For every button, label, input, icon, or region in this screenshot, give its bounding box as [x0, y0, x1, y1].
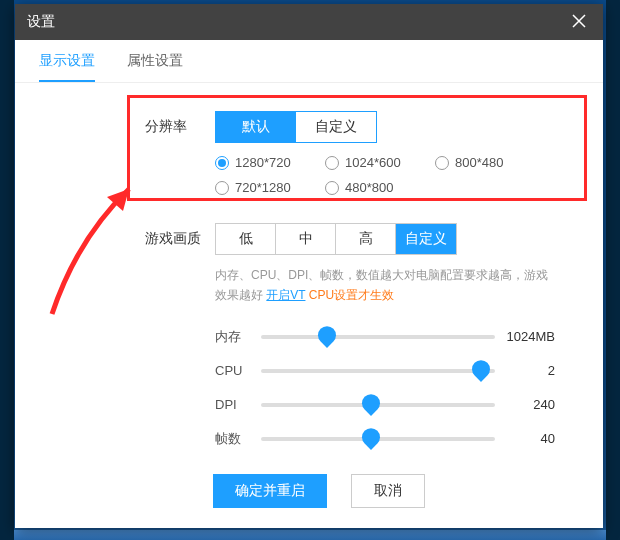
radio-icon: [435, 156, 449, 170]
resolution-label: 分辨率: [145, 118, 215, 136]
quality-low[interactable]: 低: [216, 224, 276, 254]
close-icon: [571, 13, 587, 29]
radio-icon: [325, 156, 339, 170]
slider-mem: 内存 1024MB: [215, 320, 555, 354]
radio-icon: [325, 181, 339, 195]
resolution-opt-3[interactable]: 720*1280: [215, 180, 325, 195]
quality-hint: 内存、CPU、DPI、帧数，数值越大对电脑配置要求越高，游戏效果越好 开启VT …: [215, 265, 555, 306]
slider-fps-thumb[interactable]: [358, 424, 383, 449]
resolution-mode-toggle: 默认 自定义: [215, 111, 377, 143]
slider-mem-value: 1024MB: [495, 329, 555, 344]
slider-dpi-value: 240: [495, 397, 555, 412]
slider-fps-value: 40: [495, 431, 555, 446]
tab-display[interactable]: 显示设置: [39, 52, 95, 82]
quality-toggle: 低 中 高 自定义: [215, 223, 457, 255]
tab-attr[interactable]: 属性设置: [127, 52, 183, 82]
slider-cpu-value: 2: [495, 363, 555, 378]
slider-fps-track[interactable]: [261, 437, 495, 441]
enable-vt-link[interactable]: 开启VT: [266, 288, 305, 302]
quality-high[interactable]: 高: [336, 224, 396, 254]
slider-fps: 帧数 40: [215, 422, 555, 456]
modal-title: 设置: [27, 13, 55, 31]
slider-mem-thumb[interactable]: [314, 322, 339, 347]
annotation-arrow: [37, 179, 157, 319]
slider-cpu-thumb[interactable]: [468, 356, 493, 381]
footer: 确定并重启 取消: [75, 474, 563, 508]
resolution-options: 1280*720 1024*600 800*480 720*1280 480*8…: [215, 155, 563, 195]
radio-icon: [215, 181, 229, 195]
slider-dpi-thumb[interactable]: [358, 390, 383, 415]
resolution-opt-2[interactable]: 800*480: [435, 155, 545, 170]
close-button[interactable]: [567, 9, 591, 36]
slider-mem-track[interactable]: [261, 335, 495, 339]
slider-cpu: CPU 2: [215, 354, 555, 388]
sliders: 内存 1024MB CPU 2 DPI 240 帧数 40: [215, 320, 555, 456]
title-bar: 设置: [15, 4, 603, 40]
radio-icon: [215, 156, 229, 170]
tabs: 显示设置 属性设置: [15, 40, 603, 83]
quality-custom[interactable]: 自定义: [396, 224, 456, 254]
quality-label: 游戏画质: [145, 230, 215, 248]
resolution-mode-custom[interactable]: 自定义: [296, 112, 376, 142]
confirm-restart-button[interactable]: 确定并重启: [213, 474, 327, 508]
quality-mid[interactable]: 中: [276, 224, 336, 254]
resolution-opt-0[interactable]: 1280*720: [215, 155, 325, 170]
slider-dpi-track[interactable]: [261, 403, 495, 407]
slider-cpu-track[interactable]: [261, 369, 495, 373]
resolution-mode-default[interactable]: 默认: [216, 112, 296, 142]
resolution-opt-4[interactable]: 480*800: [325, 180, 435, 195]
cancel-button[interactable]: 取消: [351, 474, 425, 508]
slider-dpi: DPI 240: [215, 388, 555, 422]
settings-modal: 设置 显示设置 属性设置 分辨率 默认 自定义 1280*720 1024*60…: [15, 4, 603, 528]
resolution-opt-1[interactable]: 1024*600: [325, 155, 435, 170]
